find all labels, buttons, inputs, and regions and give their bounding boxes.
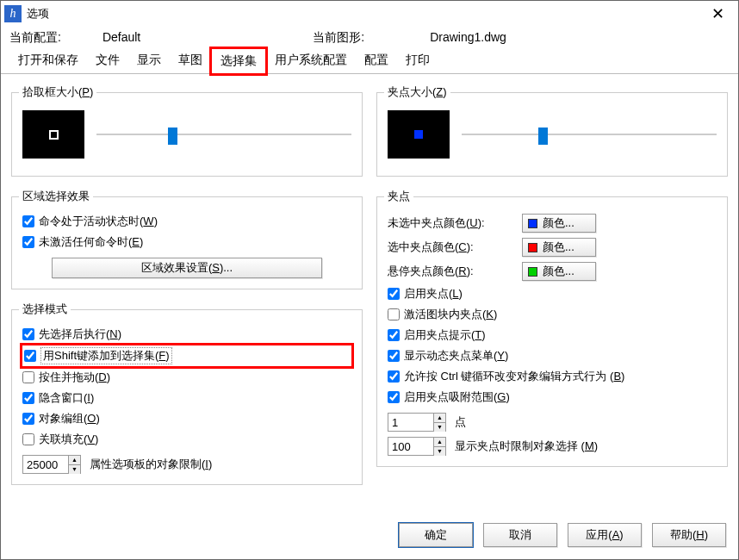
group-grip-size: 夹点大小(Z) [376, 84, 728, 177]
app-icon: h [4, 5, 22, 22]
window-title: 选项 [27, 6, 697, 22]
spin-up-icon[interactable]: ▲ [434, 414, 445, 423]
grip-snap-label: 点 [455, 414, 466, 430]
grips-legend: 夹点 [384, 189, 413, 204]
grip-shape-icon [414, 130, 423, 139]
apply-button[interactable]: 应用(A) [568, 523, 642, 547]
title-bar: h 选项 ✕ [1, 1, 738, 27]
chk-dyn-grip-menu[interactable]: 显示动态夹点菜单(Y) [388, 345, 717, 366]
selmode-legend: 选择模式 [19, 302, 71, 317]
group-sel-mode: 选择模式 先选择后执行(N) 用Shift键添加到选择集(F) 按住并拖动(D)… [11, 302, 363, 485]
tab-open-save[interactable]: 打开和保存 [9, 48, 87, 74]
grip-hover-label: 悬停夹点颜色(R): [388, 264, 517, 279]
palette-limit-input[interactable]: ▲▼ [22, 455, 81, 474]
chk-implied-window[interactable]: 隐含窗口(I) [22, 388, 351, 408]
chk-no-active[interactable]: 未激活任何命令时(E) [22, 232, 351, 252]
group-grips: 夹点 未选中夹点颜色(U): 颜色... 选中夹点颜色(C): 颜色... [376, 189, 728, 467]
tab-sketch[interactable]: 草图 [170, 48, 211, 74]
chk-noun-verb[interactable]: 先选择后执行(N) [22, 324, 351, 345]
spin-up-icon[interactable]: ▲ [434, 438, 445, 447]
current-config-value: Default [102, 30, 140, 46]
gripsize-legend: 夹点大小(Z) [384, 84, 450, 100]
color-swatch-icon [528, 219, 537, 228]
grip-preview [388, 110, 450, 159]
grip-limit-label: 显示夹点时限制对象选择 (M) [455, 439, 598, 454]
chk-shift-add[interactable]: 用Shift键添加到选择集(F) [22, 345, 351, 366]
color-swatch-icon [528, 243, 537, 252]
chk-grips-in-blocks[interactable]: 激活图块内夹点(K) [388, 304, 717, 325]
chk-enable-grips[interactable]: 启用夹点(L) [388, 283, 717, 304]
tab-selection[interactable]: 选择集 [211, 48, 266, 74]
tab-user-system[interactable]: 用户系统配置 [266, 48, 356, 74]
tab-display[interactable]: 显示 [128, 48, 170, 74]
tabs: 打开和保存 文件 显示 草图 选择集 用户系统配置 配置 打印 [1, 47, 738, 74]
chk-grip-tips[interactable]: 启用夹点提示(T) [388, 325, 717, 345]
group-pickbox-size: 拾取框大小(P) [11, 84, 363, 177]
grip-hover-color-button[interactable]: 颜色... [522, 262, 596, 281]
grip-limit-input[interactable]: ▲▼ [388, 437, 446, 456]
spin-down-icon[interactable]: ▼ [434, 447, 445, 456]
dialog-footer: 确定 取消 应用(A) 帮助(H) [1, 514, 738, 559]
chk-active-cmd[interactable]: 命令处于活动状态时(W) [22, 211, 351, 232]
palette-limit-label: 属性选项板的对象限制(I) [90, 457, 212, 472]
color-swatch-icon [528, 267, 537, 277]
tab-config[interactable]: 配置 [356, 48, 397, 74]
tab-print[interactable]: 打印 [397, 48, 438, 74]
group-sel-viz: 区域选择效果 命令处于活动状态时(W) 未激活任何命令时(E) 区域效果设置(S… [11, 189, 363, 289]
pickbox-legend: 拾取框大小(P) [19, 84, 96, 100]
chk-press-drag[interactable]: 按住并拖动(D) [22, 367, 351, 388]
grip-sel-color-button[interactable]: 颜色... [522, 238, 596, 257]
grip-unsel-label: 未选中夹点颜色(U): [388, 215, 517, 231]
grip-sel-label: 选中夹点颜色(C): [388, 240, 517, 255]
chk-assoc-hatch[interactable]: 关联填充(V) [22, 429, 351, 450]
help-button[interactable]: 帮助(H) [652, 523, 726, 547]
btn-area-settings[interactable]: 区域效果设置(S)... [52, 258, 321, 278]
current-drawing-label: 当前图形: [313, 30, 364, 46]
chk-grip-snap-range[interactable]: 启用夹点吸附范围(G) [388, 387, 717, 408]
spin-down-icon[interactable]: ▼ [69, 465, 80, 474]
chk-object-group[interactable]: 对象编组(O) [22, 408, 351, 429]
ok-button[interactable]: 确定 [399, 523, 473, 547]
pickbox-slider[interactable] [96, 126, 351, 143]
spin-up-icon[interactable]: ▲ [69, 456, 80, 465]
config-info-row: 当前配置: Default 当前图形: Drawing1.dwg [1, 27, 738, 47]
spin-down-icon[interactable]: ▼ [434, 423, 445, 432]
selviz-legend: 区域选择效果 [19, 189, 93, 204]
chk-ctrl-cycle[interactable]: 允许按 Ctrl 键循环改变对象编辑方式行为 (B) [388, 366, 717, 387]
tab-file[interactable]: 文件 [87, 48, 128, 74]
current-drawing-value: Drawing1.dwg [430, 30, 506, 46]
cancel-button[interactable]: 取消 [483, 523, 557, 547]
grip-snap-input[interactable]: ▲▼ [388, 413, 446, 432]
grip-unsel-color-button[interactable]: 颜色... [522, 214, 596, 233]
current-config-label: 当前配置: [9, 30, 61, 46]
grip-slider[interactable] [462, 126, 717, 143]
close-icon[interactable]: ✕ [697, 1, 738, 27]
pickbox-preview [22, 110, 84, 159]
pickbox-shape-icon [49, 130, 59, 140]
